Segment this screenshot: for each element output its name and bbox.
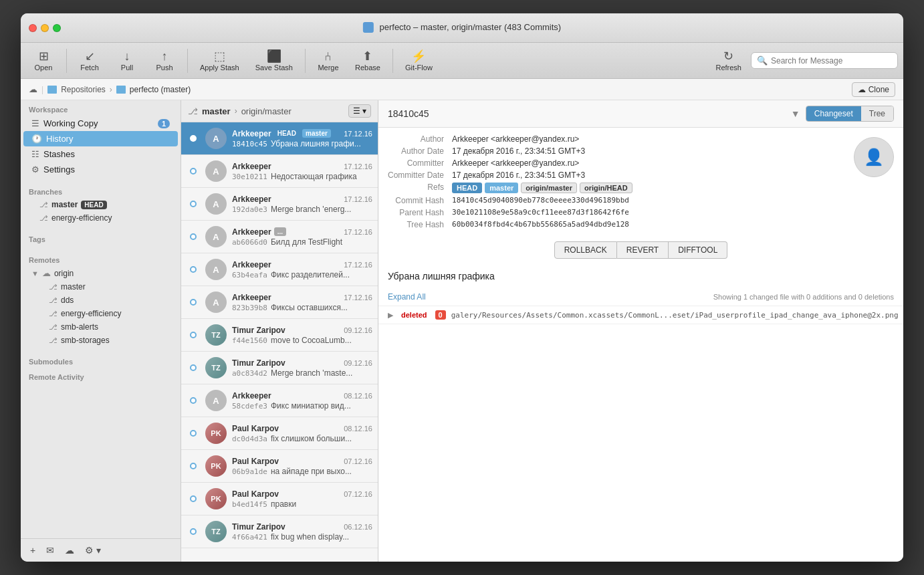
- sidebar-remote-origin[interactable]: ▼ ☁ origin: [23, 266, 178, 280]
- commit-item[interactable]: A Arkkeeper 17.12.16 30e10211 Недостающа…: [181, 155, 378, 188]
- clone-button[interactable]: ☁ Clone: [852, 82, 895, 97]
- revert-button[interactable]: REVERT: [617, 241, 669, 259]
- avatar: TZ: [205, 357, 227, 378]
- commit-top: Arkkeeper ... 17.12.16: [232, 227, 372, 237]
- gear-button[interactable]: ⚙ ▾: [81, 543, 105, 558]
- graph-col: [187, 168, 200, 175]
- branch-icon-energy: ⎇: [39, 214, 48, 223]
- rebase-button[interactable]: ⬆ Rebase: [348, 47, 387, 74]
- commit-info: Timur Zaripov 09.12.16 a0c834d2 Merge br…: [232, 358, 372, 378]
- ref-badge-origin-head: origin/HEAD: [580, 183, 632, 193]
- commit-item[interactable]: A Arkkeeper 17.12.16 63b4eafa Фикс разде…: [181, 253, 378, 286]
- minimize-button[interactable]: [41, 24, 49, 32]
- commit-id: 18410c45: [388, 108, 784, 119]
- tag-head: HEAD: [274, 129, 300, 138]
- commit-item[interactable]: PK Paul Karpov 07.12.16 b4ed14f5 правки: [181, 483, 378, 515]
- commit-hash: b4ed14f5: [232, 500, 267, 509]
- search-input[interactable]: [771, 56, 892, 66]
- sidebar-item-stashes[interactable]: ☷ Stashes: [23, 146, 178, 162]
- sidebar-remote-smb-alerts[interactable]: ⎇ smb-alerts: [23, 320, 178, 334]
- sidebar-remote-smb-storages[interactable]: ⎇ smb-storages: [23, 334, 178, 347]
- commit-item[interactable]: TZ Timur Zaripov 06.12.16 4f66a421 fix b…: [181, 515, 378, 548]
- commit-item[interactable]: TZ Timur Zaripov 09.12.16 a0c834d2 Merge…: [181, 352, 378, 384]
- file-path: galery/Resources/Assets/Common.xcassets/…: [451, 311, 899, 320]
- avatar: TZ: [205, 324, 227, 346]
- detail-dropdown-icon[interactable]: ▼: [791, 108, 800, 119]
- avatar: A: [205, 193, 227, 215]
- commit-item[interactable]: PK Paul Karpov 08.12.16 dc0d4d3a fix сли…: [181, 417, 378, 450]
- commit-item[interactable]: A Arkkeeper ... 17.12.16 ab6066d0 Билд д…: [181, 221, 378, 253]
- rollback-button[interactable]: ROLLBACK: [554, 241, 617, 259]
- branch-icon-master: ⎇: [39, 201, 48, 209]
- remote-branch-label-master: master: [61, 282, 86, 292]
- apply-stash-button[interactable]: ⬚ Apply Stash: [193, 47, 246, 74]
- commit-hash-key: Commit Hash: [388, 196, 444, 205]
- commit-message: Убрана лишняя графи...: [271, 139, 361, 148]
- avatar: A: [205, 160, 227, 182]
- list-options-chevron: ▾: [362, 106, 366, 116]
- sidebar-item-history[interactable]: 🕐 History: [23, 131, 178, 146]
- commit-item[interactable]: PK Paul Karpov 07.12.16 06b9a1de на айпа…: [181, 450, 378, 483]
- sidebar-remote-master[interactable]: ⎇ master: [23, 280, 178, 294]
- commit-author: Paul Karpov: [232, 457, 279, 466]
- files-header: Expand All Showing 1 changed file with 0…: [378, 288, 903, 306]
- close-button[interactable]: [29, 24, 37, 32]
- avatar: A: [205, 390, 227, 411]
- clone-icon: ☁: [858, 85, 866, 94]
- commit-message: правки: [271, 499, 296, 509]
- commit-message: Недостающая графика: [271, 172, 357, 181]
- committer-value: Arkkeeper <arkkeeper@yandex.ru>: [452, 158, 835, 168]
- save-stash-button[interactable]: ⬛ Save Stash: [249, 47, 300, 74]
- committer-date-value: 17 декабря 2016 г., 23:34:51 GMT+3: [452, 170, 835, 180]
- search-box[interactable]: 🔍: [751, 52, 898, 69]
- commit-hash: ab6066d0: [232, 238, 267, 247]
- mail-button[interactable]: ✉: [42, 543, 58, 558]
- sidebar-item-working-copy[interactable]: ☰ Working Copy 1: [23, 116, 178, 131]
- list-options-button[interactable]: ☰ ▾: [348, 104, 371, 118]
- commit-author: Arkkeeper: [232, 260, 271, 269]
- repos-breadcrumb[interactable]: Repositories: [61, 85, 106, 94]
- maximize-button[interactable]: [53, 24, 61, 32]
- avatar: A: [205, 226, 227, 247]
- commit-dot: [190, 528, 197, 535]
- refresh-button[interactable]: ↻ Refresh: [709, 47, 748, 74]
- sidebar-remote-dds[interactable]: ⎇ dds: [23, 294, 178, 307]
- commit-date: 17.12.16: [344, 130, 372, 138]
- sidebar-item-settings[interactable]: ⚙ Settings: [23, 162, 178, 177]
- commit-item[interactable]: A Arkkeeper HEAD master 17.12.16 18410c4…: [181, 122, 378, 155]
- commit-hash: f44e1560: [232, 336, 267, 345]
- commit-hash: 63b4eafa: [232, 271, 267, 279]
- fetch-button[interactable]: ↙ Fetch: [72, 47, 107, 74]
- file-row[interactable]: ▶ deleted 0 galery/Resources/Assets/Comm…: [378, 306, 903, 324]
- expand-all-button[interactable]: Expand All: [388, 292, 426, 302]
- merge-button[interactable]: ⑃ Merge: [311, 47, 346, 74]
- project-icon: [116, 86, 126, 94]
- commit-date: 09.12.16: [344, 359, 372, 367]
- commit-item[interactable]: A Arkkeeper 08.12.16 58cdefe3 Фикс миниа…: [181, 384, 378, 417]
- changeset-view-button[interactable]: Changeset: [806, 106, 861, 121]
- push-button[interactable]: ↑ Push: [147, 47, 182, 74]
- commit-bottom: ab6066d0 Билд для TestFlight: [232, 237, 372, 247]
- commit-message: на айпаде при выхо...: [271, 467, 352, 476]
- pull-button[interactable]: ↓ Pull: [110, 47, 144, 74]
- files-count: Showing 1 changed file with 0 additions …: [713, 293, 894, 301]
- avatar: TZ: [205, 521, 227, 542]
- commit-item[interactable]: A Arkkeeper 17.12.16 823b39b8 Фиксы оста…: [181, 286, 378, 319]
- commit-top: Arkkeeper 08.12.16: [232, 391, 372, 400]
- commit-item[interactable]: TZ Timur Zaripov 09.12.16 f44e1560 move …: [181, 319, 378, 352]
- sidebar-remote-energy-efficiency[interactable]: ⎇ energy-efficiency: [23, 307, 178, 320]
- git-flow-button[interactable]: ⚡ Git-Flow: [398, 47, 439, 74]
- commit-list-body: A Arkkeeper HEAD master 17.12.16 18410c4…: [181, 122, 378, 562]
- sidebar-branch-master[interactable]: ⎇ master HEAD: [23, 198, 178, 211]
- commit-hash: 18410c45: [232, 140, 267, 148]
- sidebar-branch-energy-efficiency[interactable]: ⎇ energy-efficiency: [23, 211, 178, 225]
- main-content: Workspace ☰ Working Copy 1 🕐 History ☷ S…: [21, 100, 903, 562]
- commit-item[interactable]: A Arkkeeper 17.12.16 192da0e3 Merge bran…: [181, 188, 378, 221]
- cloud-button[interactable]: ☁: [61, 543, 78, 558]
- branch-icon: ⎇: [188, 106, 198, 116]
- open-button[interactable]: ⊞ Open: [26, 47, 61, 74]
- add-button[interactable]: +: [26, 543, 39, 558]
- difftool-button[interactable]: DIFFTOOL: [669, 241, 727, 259]
- breadcrumb-chevron: ›: [110, 85, 112, 94]
- tree-view-button[interactable]: Tree: [861, 106, 893, 121]
